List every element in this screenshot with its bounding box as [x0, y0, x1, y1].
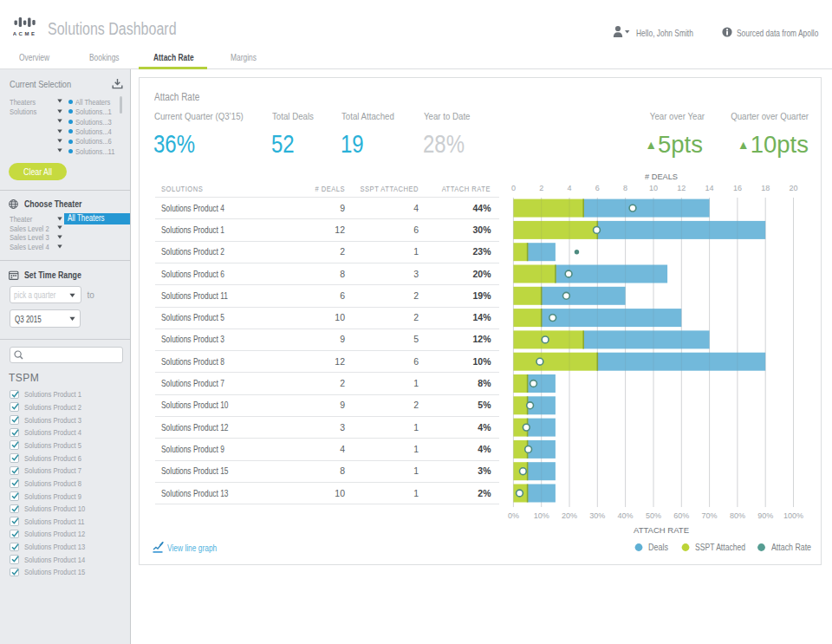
svg-text:18: 18 [761, 184, 770, 192]
svg-text:0%: 0% [508, 511, 519, 520]
svg-text:60%: 60% [673, 511, 689, 520]
svg-text:2: 2 [539, 184, 543, 192]
svg-text:# DEALS: # DEALS [645, 172, 678, 181]
svg-text:Attach Rate: Attach Rate [771, 543, 811, 552]
svg-text:20%: 20% [562, 511, 577, 520]
svg-text:0: 0 [511, 184, 516, 192]
svg-text:Deals: Deals [648, 543, 668, 552]
svg-text:30%: 30% [589, 511, 605, 520]
svg-text:10%: 10% [534, 511, 549, 520]
svg-text:8: 8 [623, 184, 627, 192]
svg-text:SSPT Attached: SSPT Attached [695, 543, 745, 552]
svg-text:70%: 70% [702, 511, 718, 520]
svg-text:4: 4 [567, 184, 571, 192]
svg-text:14: 14 [705, 184, 714, 192]
svg-text:100%: 100% [783, 511, 803, 520]
svg-text:90%: 90% [757, 511, 773, 520]
svg-text:12: 12 [677, 184, 686, 192]
svg-text:16: 16 [733, 184, 742, 192]
svg-text:10: 10 [649, 184, 658, 192]
svg-text:80%: 80% [730, 511, 745, 520]
svg-text:6: 6 [595, 184, 600, 192]
svg-text:50%: 50% [646, 511, 661, 520]
svg-text:20: 20 [789, 184, 797, 192]
svg-text:ACME: ACME [13, 31, 36, 36]
svg-text:ATTACH RATE: ATTACH RATE [634, 525, 689, 535]
svg-text:40%: 40% [618, 511, 634, 520]
